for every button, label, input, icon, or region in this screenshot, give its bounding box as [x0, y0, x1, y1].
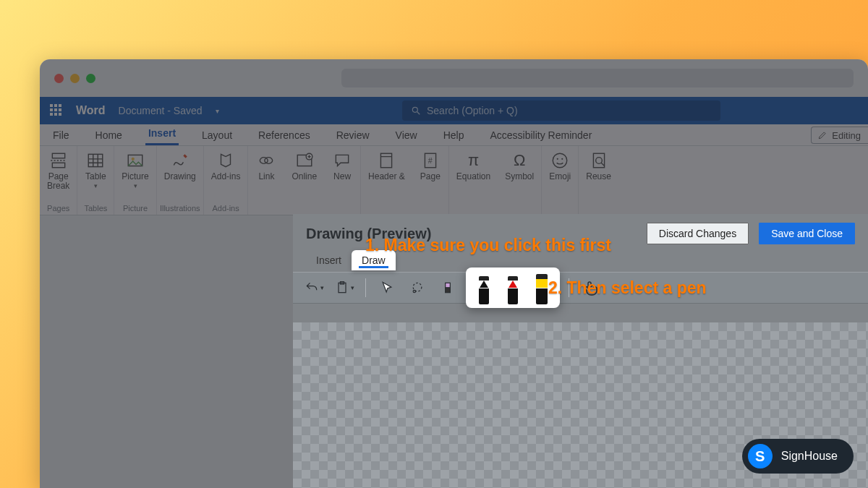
select-tool[interactable] — [375, 275, 399, 300]
pen-red[interactable] — [501, 271, 525, 304]
browser-url-bar[interactable] — [341, 69, 854, 87]
svg-point-13 — [265, 158, 273, 164]
chevron-down-icon: ▾ — [134, 182, 137, 189]
drawing-tab-draw[interactable]: Draw — [352, 250, 396, 270]
signhouse-badge[interactable]: S SignHouse — [742, 439, 854, 474]
save-and-close-button[interactable]: Save and Close — [759, 223, 855, 244]
undo-button[interactable]: ▾ — [302, 275, 326, 300]
table-button[interactable]: Table ▾ — [77, 146, 114, 202]
picture-button[interactable]: Picture ▾ — [114, 146, 156, 202]
omega-icon: Ω — [509, 150, 529, 171]
drawing-toolbar: ▾ ▾ — [293, 272, 868, 304]
svg-point-11 — [132, 158, 135, 160]
drawing-panel-title: Drawing (Preview) — [306, 226, 431, 242]
new-comment-button[interactable]: New — [324, 146, 360, 202]
reuse-icon — [590, 151, 608, 170]
symbol-button[interactable]: Ω Symbol — [498, 146, 541, 202]
lasso-tool[interactable] — [405, 275, 430, 300]
tab-view[interactable]: View — [393, 129, 420, 145]
svg-point-20 — [553, 153, 567, 168]
highlighter-yellow[interactable] — [529, 271, 554, 304]
browser-window: Word Document - Saved ▾ Search (Option +… — [40, 59, 868, 488]
eraser-tool[interactable] — [435, 275, 460, 300]
comment-icon — [333, 151, 352, 170]
close-window-icon[interactable] — [54, 74, 64, 83]
group-symbols: π Equation Ω Symbol — [449, 146, 542, 215]
undo-icon — [305, 281, 319, 295]
svg-point-29 — [413, 290, 415, 292]
group-emoji: Emoji — [542, 146, 579, 215]
svg-rect-16 — [381, 153, 392, 168]
pen-black[interactable] — [472, 271, 496, 304]
header-footer-button[interactable]: Header & — [361, 146, 412, 202]
svg-line-1 — [417, 112, 420, 115]
drawing-panel-header: Drawing (Preview) Discard Changes Save a… — [293, 214, 868, 250]
app-name: Word — [76, 104, 106, 117]
group-addins: Add-ins Add-ins — [204, 146, 249, 215]
signhouse-logo-icon: S — [748, 444, 773, 468]
page-number-button[interactable]: # Page — [412, 146, 448, 202]
chevron-down-icon: ▾ — [94, 182, 98, 189]
svg-rect-5 — [89, 154, 103, 166]
tab-file[interactable]: File — [50, 129, 72, 145]
group-picture: Picture ▾ Picture — [114, 146, 156, 215]
chevron-down-icon[interactable]: ▾ — [216, 107, 219, 115]
touch-drawing-icon[interactable] — [582, 279, 600, 296]
minimize-window-icon[interactable] — [70, 74, 80, 83]
paste-button[interactable]: ▾ — [332, 275, 357, 300]
discard-changes-button[interactable]: Discard Changes — [647, 223, 749, 244]
tab-references[interactable]: References — [255, 129, 313, 145]
group-illustrations: Drawing Illustrations — [157, 146, 204, 215]
emoji-button[interactable]: Emoji — [542, 146, 578, 202]
reuse-files-button[interactable]: Reuse — [579, 146, 618, 202]
app-launcher-icon[interactable] — [50, 104, 63, 117]
cursor-icon — [380, 281, 394, 295]
header-icon — [377, 151, 396, 170]
separator — [365, 278, 366, 297]
tab-layout[interactable]: Layout — [199, 129, 235, 145]
page-number-icon: # — [421, 151, 440, 170]
svg-rect-3 — [52, 163, 64, 168]
document-status[interactable]: Document - Saved — [119, 105, 203, 116]
group-pages: PageBreak Pages — [40, 146, 77, 215]
group-reuse: Reuse — [579, 146, 618, 215]
tab-accessibility[interactable]: Accessibility Reminder — [487, 129, 595, 145]
online-video-icon — [295, 151, 314, 170]
drawing-button[interactable]: Drawing — [157, 146, 203, 202]
addins-button[interactable]: Add-ins — [204, 146, 248, 202]
link-icon — [257, 151, 276, 170]
svg-rect-30 — [446, 283, 451, 288]
emoji-icon — [550, 151, 569, 170]
equation-button[interactable]: π Equation — [449, 146, 498, 202]
svg-rect-23 — [593, 153, 604, 168]
tab-home[interactable]: Home — [93, 129, 125, 145]
pi-icon: π — [464, 150, 484, 171]
search-icon — [411, 106, 421, 116]
ribbon: PageBreak Pages Table ▾ Tables Picture — [40, 146, 868, 215]
svg-point-24 — [595, 158, 602, 164]
online-video-button[interactable]: Online — [284, 146, 324, 202]
svg-point-0 — [412, 107, 417, 112]
page-break-icon — [49, 151, 68, 170]
svg-point-22 — [561, 158, 563, 160]
lasso-icon — [410, 281, 425, 295]
addins-icon — [216, 151, 235, 170]
maximize-window-icon[interactable] — [86, 74, 95, 83]
pen-gallery — [466, 267, 560, 308]
tab-help[interactable]: Help — [441, 129, 467, 145]
signhouse-label: SignHouse — [781, 450, 838, 463]
tab-review[interactable]: Review — [333, 129, 373, 145]
page-break-button[interactable]: PageBreak — [40, 146, 77, 202]
tab-insert[interactable]: Insert — [145, 127, 179, 145]
search-input[interactable]: Search (Option + Q) — [402, 100, 720, 121]
drawing-panel-tabs: Insert Draw — [293, 250, 868, 270]
svg-rect-31 — [446, 288, 451, 293]
editing-mode-button[interactable]: Editing — [811, 127, 868, 144]
svg-rect-2 — [52, 153, 64, 158]
separator — [569, 278, 569, 297]
group-media: Link Online New — [248, 146, 361, 215]
svg-point-21 — [557, 158, 558, 160]
link-button[interactable]: Link — [248, 146, 284, 202]
drawing-tab-insert[interactable]: Insert — [306, 250, 352, 270]
pencil-icon — [817, 130, 827, 140]
